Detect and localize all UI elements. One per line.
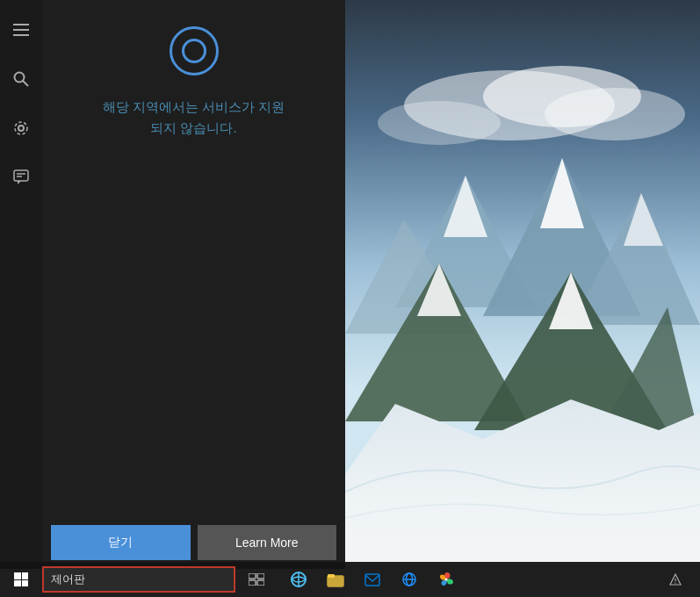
svg-point-4	[378, 101, 501, 145]
cortana-message-line2: 되지 않습니다.	[150, 120, 236, 135]
cortana-unavailable-message: 해당 지역에서는 서비스가 지원 되지 않습니다.	[85, 97, 303, 139]
tray-icon[interactable]	[658, 562, 693, 597]
cortana-sidebar	[0, 0, 42, 569]
search-icon[interactable]	[4, 61, 39, 97]
svg-rect-37	[328, 574, 335, 578]
pinwheel-icon[interactable]	[429, 562, 464, 597]
start-button[interactable]	[0, 562, 42, 597]
edge-browser-icon[interactable]	[281, 562, 316, 597]
svg-point-45	[675, 582, 675, 583]
outlook-icon[interactable]	[355, 562, 390, 597]
cortana-logo	[170, 26, 219, 76]
taskbar-search-text: 제어판	[51, 572, 85, 587]
svg-line-23	[23, 81, 28, 86]
learn-more-button[interactable]: Learn More	[198, 525, 337, 560]
taskbar-search-bar[interactable]: 제어판	[42, 566, 235, 593]
settings-icon[interactable]	[4, 111, 39, 146]
svg-rect-30	[249, 573, 256, 579]
feedback-icon[interactable]	[4, 160, 39, 195]
system-tray	[658, 562, 700, 597]
cortana-panel: 해당 지역에서는 서비스가 지원 되지 않습니다. 닫기 Learn More	[42, 0, 345, 569]
cortana-action-buttons: 닫기 Learn More	[42, 516, 345, 569]
svg-rect-31	[257, 573, 264, 579]
svg-point-25	[15, 122, 27, 134]
svg-rect-38	[365, 574, 379, 586]
svg-point-24	[18, 126, 24, 131]
task-view-button[interactable]	[239, 562, 274, 597]
svg-rect-20	[13, 29, 29, 31]
svg-rect-19	[13, 24, 29, 25]
taskbar: 제어판	[0, 562, 700, 597]
close-button[interactable]: 닫기	[51, 525, 191, 560]
ie-icon[interactable]	[392, 562, 427, 597]
svg-point-3	[545, 88, 685, 140]
windows-logo-icon	[14, 572, 28, 586]
cortana-message-line1: 해당 지역에서는 서비스가 지원	[103, 99, 285, 114]
svg-point-42	[445, 579, 448, 581]
svg-rect-32	[249, 580, 256, 586]
cortana-inner-ring	[182, 39, 206, 63]
hamburger-menu-icon[interactable]	[4, 12, 39, 47]
taskbar-app-icons	[281, 562, 464, 597]
svg-rect-21	[13, 34, 29, 36]
svg-rect-26	[14, 170, 28, 181]
file-explorer-icon[interactable]	[318, 562, 353, 597]
svg-point-22	[15, 73, 25, 83]
svg-rect-33	[257, 580, 264, 586]
